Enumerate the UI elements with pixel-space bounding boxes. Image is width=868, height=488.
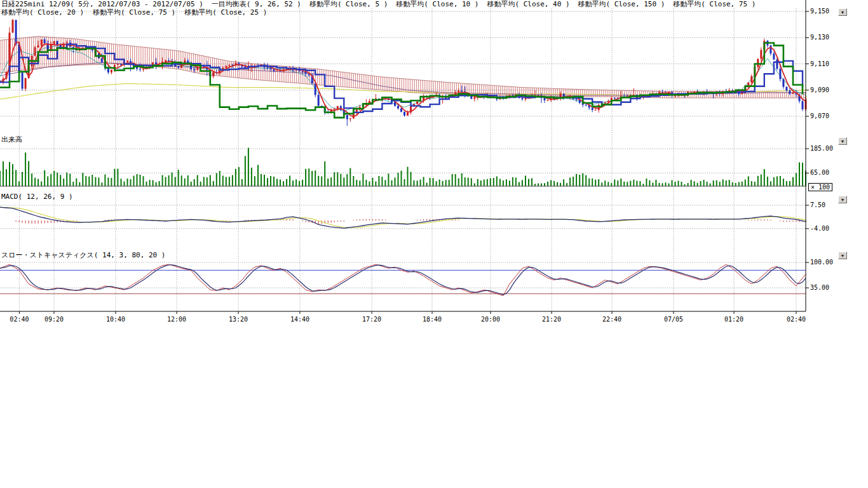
legend-item: 移動平均( Close, 150 )	[578, 0, 665, 8]
y-axis-tick-label: 65.00	[810, 169, 829, 177]
x-axis-tick-label: 09:20	[44, 316, 64, 323]
stoch-scroll-down-button[interactable]: ▼	[838, 252, 847, 259]
y-axis-tick-label: 35.00	[810, 284, 829, 292]
x-axis-tick-label: 01:20	[724, 316, 743, 323]
x-axis-tick-label: 14:40	[290, 316, 309, 323]
stochastics-panel-label: スロー・ストキャスティクス( 14, 3, 80, 20 )	[1, 252, 165, 259]
price-scroll-down-button[interactable]: ▼	[838, 8, 847, 16]
volume-scroll-down-button[interactable]: ▼	[838, 137, 847, 145]
y-axis-tick-label: 9,090	[810, 86, 829, 94]
legend-item: 移動平均( Close, 10 )	[396, 0, 478, 8]
legend-item: 移動平均( Close, 25 )	[184, 8, 267, 17]
chart-header-row1: 日経225mini 12/09( 5分, 2012/07/03 - 2012/0…	[1, 0, 756, 8]
volume-multiplier-badge: × 100	[808, 183, 832, 191]
x-axis-tick-label: 18:40	[423, 316, 442, 323]
x-axis-tick-label: 20:00	[481, 316, 500, 323]
legend-item: 移動平均( Close, 5 )	[309, 0, 388, 8]
x-axis-tick-label: 12:00	[167, 316, 186, 323]
x-axis-tick-label: 13:20	[229, 316, 248, 323]
x-axis-tick-label: 17:20	[362, 316, 381, 323]
legend-item: 日経225mini 12/09( 5分, 2012/07/03 - 2012/0…	[1, 0, 203, 8]
chart-application-window: 日経225mini 12/09( 5分, 2012/07/03 - 2012/0…	[0, 0, 868, 488]
down-arrow-icon: ▼	[841, 254, 845, 258]
y-axis-tick-label: 185.00	[810, 145, 833, 152]
down-arrow-icon: ▼	[841, 139, 845, 144]
y-axis-tick-label: 9,110	[810, 60, 829, 68]
y-axis-tick-label: 9,150	[810, 8, 829, 15]
down-arrow-icon: ▼	[841, 10, 845, 15]
y-axis-tick-label: 7.50	[810, 201, 825, 209]
down-arrow-icon: ▼	[841, 198, 845, 202]
x-axis-tick-label: 10:40	[106, 316, 125, 323]
chart-canvas[interactable]	[0, 0, 868, 330]
x-axis-tick-label: 21:20	[542, 316, 561, 323]
volume-panel-label: 出来高	[1, 136, 22, 144]
legend-item: 移動平均( Close, 20 )	[1, 8, 84, 17]
macd-scroll-down-button[interactable]: ▼	[838, 196, 847, 203]
legend-item: 移動平均( Close, 40 )	[487, 0, 569, 8]
y-axis-tick-label: -4.00	[810, 225, 829, 233]
y-axis-tick-label: 9,070	[810, 112, 829, 120]
x-axis-tick-label: 07/05	[664, 316, 683, 323]
legend-item: 一目均衡表( 9, 26, 52 )	[212, 0, 301, 8]
x-axis-tick-label: 02:40	[10, 316, 29, 323]
x-axis-tick-label: 22:40	[602, 316, 621, 323]
y-axis-tick-label: 9,130	[810, 34, 829, 41]
legend-item: 移動平均( Close, 75 )	[93, 8, 175, 17]
chart-header-row2: 移動平均( Close, 20 )移動平均( Close, 75 )移動平均( …	[1, 8, 267, 17]
y-axis-tick-label: 100.00	[810, 259, 833, 266]
macd-panel-label: MACD( 12, 26, 9 )	[1, 193, 73, 201]
x-axis-tick-label: 02:40	[787, 316, 806, 323]
legend-item: 移動平均( Close, 75 )	[673, 0, 756, 8]
